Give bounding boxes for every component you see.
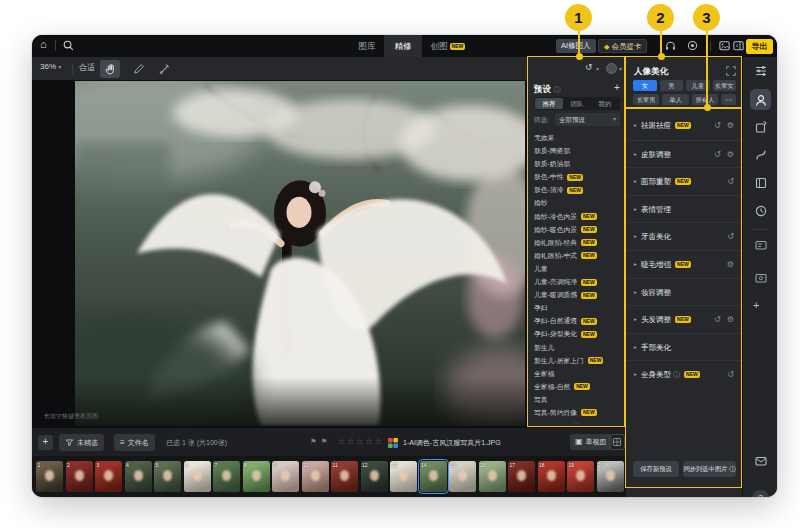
section-icons[interactable]: ↺ [727,370,736,379]
filmstrip-thumb[interactable]: 17 [508,461,535,492]
single-view-button[interactable]: ▣ 单视图 [570,434,612,450]
beautify-section[interactable]: ▸睫毛增强 NEW⚙ [626,250,743,278]
grid-view-button[interactable] [609,434,625,450]
search-icon[interactable] [62,39,75,52]
gallery-icon[interactable] [718,39,732,53]
tab-gallery[interactable]: 图库 [350,35,384,57]
ai-retoucher-button[interactable]: AI修图人 [556,39,596,53]
filmstrip-thumb[interactable]: 7 [213,461,240,492]
fit-view-button[interactable]: 合适 [79,62,95,73]
preset-item[interactable]: 肤色-中性 NEW [534,170,624,183]
filename-sort-button[interactable]: ≡ 文件名 [114,434,155,451]
headset-icon[interactable] [664,39,678,53]
filmstrip-thumb[interactable]: 9 [272,461,299,492]
sync-to-selected-button[interactable]: 同步到选中图片 ⓘ [683,461,736,477]
preset-item[interactable]: 全家福 [534,367,624,380]
section-icons[interactable]: ↺ [727,232,736,241]
preset-item[interactable]: 儿童-暖调质感 NEW [534,288,624,301]
preset-item[interactable]: 肤质-奶油肌 [534,157,624,170]
history-icon[interactable] [753,203,768,218]
filmstrip-thumb[interactable]: 14 [420,461,447,492]
beautify-section[interactable]: ▸皮肤调整↺ ⚙ [626,140,743,168]
preset-item[interactable]: 婚纱-冷色内景 NEW [534,210,624,223]
expand-icon[interactable] [726,66,736,76]
preset-item[interactable]: 肤色-清冷 NEW [534,183,624,196]
crop-rotate-icon[interactable] [753,119,768,134]
preset-tab-团队[interactable]: 团队 [563,98,591,109]
zoom-level-dropdown[interactable]: 36% ▾ [40,62,61,71]
filmstrip-thumb[interactable]: 1 [36,461,63,492]
history-reset-icon[interactable]: ↺ [585,62,593,72]
feedback-mail-icon[interactable] [753,453,768,468]
preset-item[interactable]: 孕妇-身型美化 NEW [534,327,624,340]
color-label-icon[interactable] [388,438,398,448]
beautify-section[interactable]: ▸面部重塑 NEW↺ [626,167,743,195]
portrait-tool-icon[interactable] [750,89,771,110]
liquify-icon[interactable] [753,147,768,162]
filmstrip-thumb[interactable]: 11 [331,461,358,492]
tab-create[interactable]: 创图NEW [426,35,470,57]
preset-item[interactable]: 婚纱 [534,196,624,209]
beautify-section[interactable]: ▸全身美型 ⓘ NEW↺ [626,360,743,388]
eraser-pen-tool[interactable] [154,60,174,78]
compare-a-icon[interactable] [753,237,768,252]
beautify-section[interactable]: ▸手部美化 [626,333,743,361]
export-button[interactable]: 导出 [746,39,773,54]
retouch-pen-tool[interactable] [128,60,148,78]
preset-tab-推荐[interactable]: 推荐 [535,98,563,109]
section-icons[interactable]: ↺ ⚙ [714,121,736,130]
hand-tool[interactable] [100,60,120,78]
preset-filter-dropdown[interactable]: 全部预设▾ [555,113,620,126]
subject-chip-长辈女[interactable]: 长辈女 [713,80,737,91]
filmstrip-thumb[interactable]: 20 [597,461,624,492]
home-icon[interactable]: ⌂ [40,38,47,50]
filmstrip-thumb[interactable]: 2 [66,461,93,492]
compare-b-icon[interactable] [753,270,768,285]
add-preset-button[interactable]: + [614,82,620,93]
save-preset-button[interactable]: 保存新预设 [633,461,679,477]
subject-chip-所有人[interactable]: 所有人 [692,94,718,105]
preset-item[interactable]: 新生儿 [534,341,624,354]
filmstrip-thumb[interactable]: 16 [479,461,506,492]
tab-retouch[interactable]: 精修 [384,35,422,57]
filmstrip-thumb[interactable]: 6 [184,461,211,492]
filmstrip-thumb[interactable]: 13 [390,461,417,492]
section-icons[interactable]: ↺ [727,177,736,186]
preset-item[interactable]: 写真-简约肖像 NEW [534,406,624,419]
collapse-panel-icon[interactable] [732,39,746,53]
preset-tab-我的[interactable]: 我的 [591,98,619,109]
filmstrip-thumb[interactable]: 8 [243,461,270,492]
filmstrip-thumb[interactable]: 19 [567,461,594,492]
filmstrip-thumb[interactable]: 18 [538,461,565,492]
filmstrip-thumb[interactable]: 4 [125,461,152,492]
add-icon[interactable]: + [753,299,759,311]
subject-chip-男[interactable]: 男 [660,80,684,91]
section-icons[interactable]: ⚙ [727,260,736,269]
preset-item[interactable]: 肤质-陶瓷肌 [534,144,624,157]
member-button[interactable]: ◆会员提卡 [598,39,647,53]
filmstrip-thumb[interactable]: 5 [154,461,181,492]
subject-chip-女[interactable]: 女 [633,80,657,91]
section-icons[interactable]: ↺ ⚙ [714,150,736,159]
filmstrip-thumb[interactable]: 3 [95,461,122,492]
preset-avatar-menu[interactable] [606,63,617,74]
preset-item[interactable]: 新生儿-居家上门 NEW [534,354,624,367]
section-icons[interactable]: ↺ ⚙ [714,315,736,324]
preset-item[interactable]: 婚礼跟拍-中式 NEW [534,249,624,262]
subject-chip-custom[interactable]: <> [721,94,736,105]
beautify-section[interactable]: ▸妆容调整 [626,278,743,306]
preset-item[interactable]: 无效果 [534,131,624,144]
filmstrip-thumb[interactable]: 15 [449,461,476,492]
filmstrip-thumb[interactable]: 12 [361,461,388,492]
flag-icons[interactable]: ⚑⚑ [310,437,331,446]
subject-chip-单人[interactable]: 单人 [662,94,688,105]
preset-item[interactable]: 婚纱-暖色内景 NEW [534,223,624,236]
preset-item[interactable]: 婚礼跟拍-经典 NEW [534,236,624,249]
frame-icon[interactable] [753,175,768,190]
preset-item[interactable]: 孕妇-自然通透 NEW [534,314,624,327]
filter-unpicked-button[interactable]: 未精选 [59,434,104,451]
beautify-section[interactable]: ▸牙齿美化↺ [626,222,743,250]
filmstrip-thumb[interactable]: 10 [302,461,329,492]
beautify-section[interactable]: ▸表情管理 [626,195,743,223]
subject-chip-长辈男[interactable]: 长辈男 [633,94,659,105]
